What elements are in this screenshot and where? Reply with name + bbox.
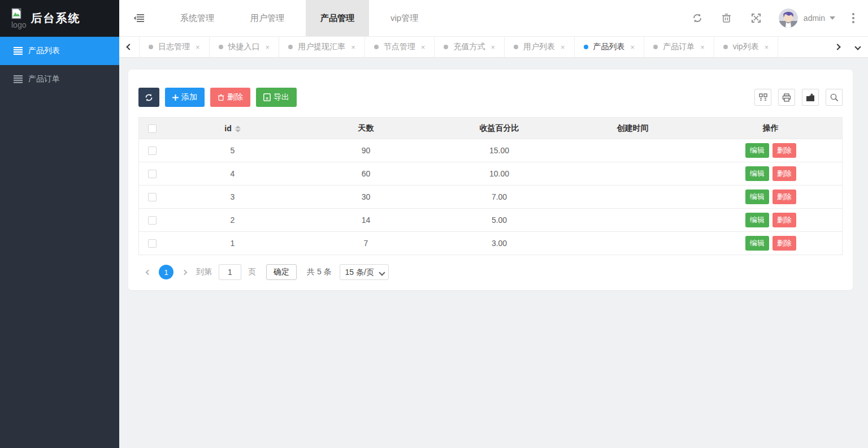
- sort-icon[interactable]: [235, 126, 241, 132]
- tab-vip-list[interactable]: vip列表 ×: [714, 37, 779, 57]
- delete-row-button[interactable]: 删除: [772, 189, 796, 204]
- row-checkbox[interactable]: [148, 239, 157, 248]
- col-header-created: 创建时间: [566, 118, 700, 139]
- col-header-id[interactable]: id: [166, 118, 300, 139]
- sidebar-item-label: 产品订单: [28, 74, 60, 84]
- close-icon[interactable]: ×: [351, 43, 355, 51]
- reload-table-button[interactable]: [138, 88, 159, 107]
- search-toggle-button[interactable]: [826, 89, 843, 106]
- close-icon[interactable]: ×: [765, 43, 769, 51]
- nav-vip-management[interactable]: vip管理: [376, 0, 433, 36]
- sidebar-item-product-list[interactable]: 产品列表: [0, 37, 119, 65]
- tabs-scroll-right-button[interactable]: [827, 37, 848, 57]
- edit-row-button[interactable]: 编辑: [745, 189, 769, 204]
- export-data-button[interactable]: [802, 89, 819, 106]
- close-icon[interactable]: ×: [700, 43, 705, 51]
- tab-label: 节点管理: [384, 42, 415, 52]
- tab-node-management[interactable]: 节点管理 ×: [364, 37, 435, 57]
- filter-columns-button[interactable]: [754, 89, 771, 106]
- select-all-checkbox[interactable]: [148, 124, 157, 133]
- close-icon[interactable]: ×: [491, 43, 495, 51]
- close-icon[interactable]: ×: [196, 43, 200, 51]
- pagination: 1 到第 页 确定 共 5 条 15 条/页: [138, 264, 843, 280]
- more-menu-button[interactable]: [849, 10, 858, 27]
- edit-row-button[interactable]: 编辑: [745, 213, 769, 227]
- table-row: 5 90 15.00 编辑删除: [139, 139, 843, 162]
- broken-logo-image: logo: [11, 8, 26, 29]
- cell-actions: 编辑删除: [700, 139, 843, 162]
- refresh-icon: [692, 13, 702, 23]
- close-icon[interactable]: ×: [631, 43, 635, 51]
- collapse-sidebar-icon: [133, 14, 145, 23]
- fullscreen-button[interactable]: [741, 0, 771, 36]
- close-icon[interactable]: ×: [561, 43, 565, 51]
- goto-confirm-button[interactable]: 确定: [266, 264, 297, 280]
- tab-dot-icon: [723, 45, 728, 49]
- user-dropdown-caret-icon[interactable]: [830, 16, 835, 20]
- prev-page-button[interactable]: [141, 265, 155, 279]
- sidebar-item-product-orders[interactable]: 产品订单: [0, 65, 119, 93]
- close-icon[interactable]: ×: [421, 43, 426, 51]
- page-size-select[interactable]: 15 条/页: [340, 264, 389, 280]
- username-label[interactable]: admin: [804, 14, 825, 23]
- delete-button[interactable]: 删除: [210, 88, 250, 107]
- col-header-actions: 操作: [700, 118, 843, 139]
- next-page-button[interactable]: [177, 265, 192, 279]
- goto-prefix-label: 到第: [196, 267, 212, 277]
- cell-days: 14: [300, 209, 433, 232]
- tab-dot-icon: [149, 45, 153, 49]
- cell-actions: 编辑删除: [700, 186, 843, 209]
- edit-row-button[interactable]: 编辑: [745, 236, 769, 251]
- nav-item-label: vip管理: [390, 13, 418, 24]
- cell-created: [566, 186, 700, 209]
- print-button[interactable]: [778, 89, 795, 106]
- clear-cache-button[interactable]: [712, 0, 741, 36]
- col-header-days: 天数: [300, 118, 433, 139]
- tab-withdraw-rate[interactable]: 用户提现汇率 ×: [279, 37, 365, 57]
- tabbar: 日志管理 × 快捷入口 × 用户提现汇率 × 节点管理 × 充值方式 ×: [119, 37, 868, 58]
- row-checkbox[interactable]: [148, 147, 157, 155]
- toolbar-right: [754, 89, 843, 106]
- tab-product-list[interactable]: 产品列表 ×: [574, 37, 645, 57]
- content-area: 添加 删除 x 导出: [119, 58, 868, 448]
- edit-row-button[interactable]: 编辑: [745, 143, 769, 158]
- sidebar: logo 后台系统 产品列表 产品订单: [0, 0, 119, 448]
- nav-user-management[interactable]: 用户管理: [236, 0, 299, 36]
- add-button[interactable]: 添加: [165, 88, 205, 107]
- delete-row-button[interactable]: 删除: [772, 166, 796, 181]
- page-1-button[interactable]: 1: [159, 265, 173, 279]
- nav-product-management[interactable]: 产品管理: [306, 0, 369, 36]
- app-title: 后台系统: [31, 11, 80, 26]
- row-checkbox[interactable]: [148, 216, 157, 225]
- tab-quick-entry[interactable]: 快捷入口 ×: [209, 37, 280, 57]
- delete-row-button[interactable]: 删除: [772, 213, 796, 227]
- tab-product-orders[interactable]: 产品订单 ×: [644, 37, 714, 57]
- delete-row-button[interactable]: 删除: [772, 143, 796, 158]
- tab-log-management[interactable]: 日志管理 ×: [139, 37, 210, 57]
- collapse-sidebar-button[interactable]: [119, 0, 159, 36]
- trash-icon: [722, 13, 731, 23]
- goto-page-input[interactable]: [219, 264, 241, 280]
- tabs-menu-button[interactable]: [848, 37, 868, 57]
- col-header-label: 天数: [358, 123, 374, 132]
- row-checkbox[interactable]: [148, 193, 157, 201]
- refresh-button[interactable]: [683, 0, 712, 36]
- row-checkbox[interactable]: [148, 170, 157, 178]
- table-toolbar: 添加 删除 x 导出: [138, 88, 843, 107]
- broken-image-icon: [11, 8, 23, 19]
- export-button[interactable]: x 导出: [256, 88, 297, 107]
- tab-recharge-method[interactable]: 充值方式 ×: [434, 37, 505, 57]
- tab-dot-icon: [444, 45, 448, 49]
- sidebar-item-label: 产品列表: [28, 46, 60, 56]
- tabs-scroll-left-button[interactable]: [119, 37, 140, 57]
- nav-system-management[interactable]: 系统管理: [166, 0, 229, 36]
- tab-label: 快捷入口: [228, 42, 260, 52]
- avatar[interactable]: [779, 8, 798, 28]
- tab-dot-icon: [219, 45, 223, 49]
- close-icon[interactable]: ×: [266, 43, 270, 51]
- delete-row-button[interactable]: 删除: [772, 236, 796, 251]
- tab-user-list[interactable]: 用户列表 ×: [504, 37, 575, 57]
- edit-row-button[interactable]: 编辑: [745, 166, 769, 181]
- table-row: 4 60 10.00 编辑删除: [139, 162, 843, 186]
- cell-id: 1: [166, 232, 300, 255]
